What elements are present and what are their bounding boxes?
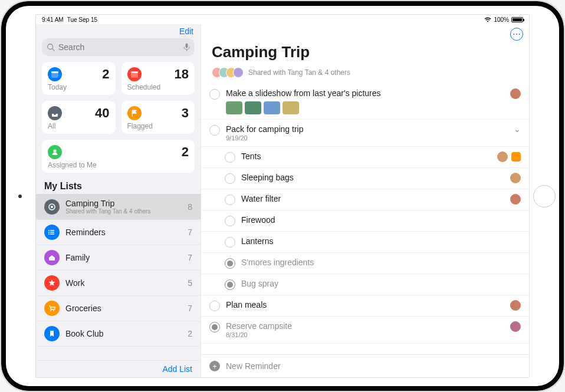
thumbnail[interactable] bbox=[282, 101, 299, 114]
list-count: 2 bbox=[188, 329, 192, 338]
reminder-row[interactable]: Make a slideshow from last year's pictur… bbox=[201, 84, 529, 120]
smart-flagged-count: 3 bbox=[182, 106, 189, 121]
complete-toggle[interactable] bbox=[225, 279, 235, 290]
reminder-title: Reserve campsite bbox=[226, 321, 504, 331]
list-row-camping-trip[interactable]: Camping TripShared with Tang Tan & 4 oth… bbox=[36, 194, 201, 220]
complete-toggle[interactable] bbox=[225, 216, 235, 226]
list-row-book-club[interactable]: Book Club2 bbox=[36, 321, 201, 347]
reminder-row[interactable]: Pack for camping trip9/19/20⌄ bbox=[201, 120, 529, 147]
list-row-reminders[interactable]: Reminders7 bbox=[36, 220, 201, 245]
ipad-frame: 9:41 AM Tue Sep 15 100% Edit bbox=[0, 0, 565, 392]
reminder-row[interactable]: Plan meals bbox=[201, 295, 529, 317]
flag-badge bbox=[511, 152, 521, 162]
flag-icon bbox=[127, 106, 142, 120]
chevron-down-icon[interactable]: ⌄ bbox=[514, 124, 521, 134]
smart-all-count: 40 bbox=[95, 106, 109, 121]
smart-all-label: All bbox=[48, 122, 110, 130]
camera-dot bbox=[18, 195, 22, 198]
list-count: 5 bbox=[188, 278, 192, 288]
screen: 9:41 AM Tue Sep 15 100% Edit bbox=[35, 14, 530, 378]
smart-flagged-label: Flagged bbox=[127, 122, 189, 130]
reminder-row[interactable]: Tents bbox=[201, 147, 529, 168]
reminder-row[interactable]: Sleeping bags bbox=[201, 168, 529, 189]
reminder-title: Make a slideshow from last year's pictur… bbox=[226, 88, 504, 98]
smart-scheduled-count: 18 bbox=[175, 67, 189, 82]
shared-text: Shared with Tang Tan & 4 others bbox=[248, 68, 350, 77]
reminder-title: Firewood bbox=[241, 215, 515, 225]
reminder-title: Tents bbox=[241, 151, 491, 161]
complete-toggle[interactable] bbox=[225, 195, 235, 205]
wifi-icon bbox=[484, 17, 491, 22]
list-row-work[interactable]: Work5 bbox=[36, 271, 201, 296]
reminder-row[interactable]: Lanterns bbox=[201, 232, 529, 253]
add-list-button[interactable]: Add List bbox=[162, 364, 192, 374]
smart-lists: 2 Today 18 Scheduled bbox=[36, 62, 201, 173]
person-icon bbox=[48, 145, 62, 159]
svg-point-17 bbox=[50, 310, 51, 311]
assignee-avatar bbox=[510, 194, 521, 205]
smart-flagged[interactable]: 3 Flagged bbox=[121, 101, 195, 134]
edit-button[interactable]: Edit bbox=[179, 27, 193, 36]
search-input[interactable] bbox=[58, 42, 180, 52]
home-button[interactable] bbox=[533, 185, 556, 207]
reminder-title: Water filter bbox=[241, 194, 504, 203]
complete-toggle[interactable] bbox=[225, 173, 235, 184]
reminder-row[interactable]: Firewood bbox=[201, 210, 529, 232]
svg-point-18 bbox=[53, 310, 54, 311]
reminders-list[interactable]: Make a slideshow from last year's pictur… bbox=[201, 84, 529, 354]
mic-icon[interactable] bbox=[183, 43, 190, 51]
complete-toggle[interactable] bbox=[225, 258, 235, 269]
smart-today[interactable]: 2 Today bbox=[42, 62, 116, 95]
reminder-row[interactable]: Reserve campsite8/31/20 bbox=[201, 317, 529, 344]
lists-container[interactable]: Camping TripShared with Tang Tan & 4 oth… bbox=[36, 194, 201, 360]
complete-toggle[interactable] bbox=[225, 237, 235, 248]
reminder-date: 8/31/20 bbox=[226, 331, 504, 338]
complete-toggle[interactable] bbox=[209, 89, 220, 100]
attachment-thumbs[interactable] bbox=[226, 101, 504, 114]
complete-toggle[interactable] bbox=[225, 152, 235, 163]
assignee-avatar bbox=[510, 321, 521, 332]
my-lists-header: My Lists bbox=[36, 173, 201, 194]
smart-scheduled-label: Scheduled bbox=[127, 83, 189, 91]
reminder-row[interactable]: Bug spray bbox=[201, 274, 529, 295]
plus-icon: + bbox=[209, 361, 220, 371]
list-name: Camping Trip bbox=[65, 199, 182, 208]
smart-assigned[interactable]: 2 Assigned to Me bbox=[42, 140, 195, 173]
list-name: Reminders bbox=[65, 228, 182, 237]
status-date: Tue Sep 15 bbox=[67, 17, 97, 23]
smart-all[interactable]: 40 All bbox=[42, 101, 116, 134]
reminder-title: Bug spray bbox=[241, 279, 515, 288]
list-count: 7 bbox=[188, 253, 192, 262]
reminder-row[interactable]: Water filter bbox=[201, 189, 529, 210]
list-row-family[interactable]: Family7 bbox=[36, 245, 201, 271]
complete-toggle[interactable] bbox=[209, 125, 220, 136]
smart-today-count: 2 bbox=[102, 67, 109, 82]
assignee-avatar bbox=[497, 151, 508, 162]
ellipsis-icon: ⋯ bbox=[513, 30, 521, 38]
list-title: Camping Trip bbox=[212, 43, 518, 61]
list-row-groceries[interactable]: Groceries7 bbox=[36, 296, 201, 321]
assignee-avatar bbox=[510, 88, 521, 99]
list-name: Work bbox=[65, 278, 182, 288]
reminder-row[interactable]: S'mores ingredients bbox=[201, 253, 529, 274]
svg-rect-7 bbox=[131, 71, 138, 73]
smart-assigned-count: 2 bbox=[182, 144, 189, 160]
thumbnail[interactable] bbox=[226, 101, 242, 114]
search-field[interactable] bbox=[42, 38, 195, 56]
list-icon bbox=[44, 250, 60, 265]
new-reminder-button[interactable]: + New Reminder bbox=[201, 354, 529, 377]
smart-assigned-label: Assigned to Me bbox=[48, 161, 189, 169]
status-bar: 9:41 AM Tue Sep 15 100% bbox=[36, 15, 529, 24]
avatar bbox=[233, 67, 244, 78]
shared-with-row[interactable]: Shared with Tang Tan & 4 others bbox=[201, 64, 529, 84]
list-icon bbox=[44, 326, 60, 341]
thumbnail[interactable] bbox=[245, 101, 261, 114]
thumbnail[interactable] bbox=[264, 101, 280, 114]
complete-toggle[interactable] bbox=[209, 301, 220, 311]
svg-point-10 bbox=[51, 206, 53, 208]
smart-scheduled[interactable]: 18 Scheduled bbox=[121, 62, 195, 95]
complete-toggle[interactable] bbox=[209, 322, 220, 332]
list-count: 8 bbox=[188, 202, 192, 212]
more-button[interactable]: ⋯ bbox=[510, 28, 523, 41]
list-icon bbox=[44, 199, 60, 215]
